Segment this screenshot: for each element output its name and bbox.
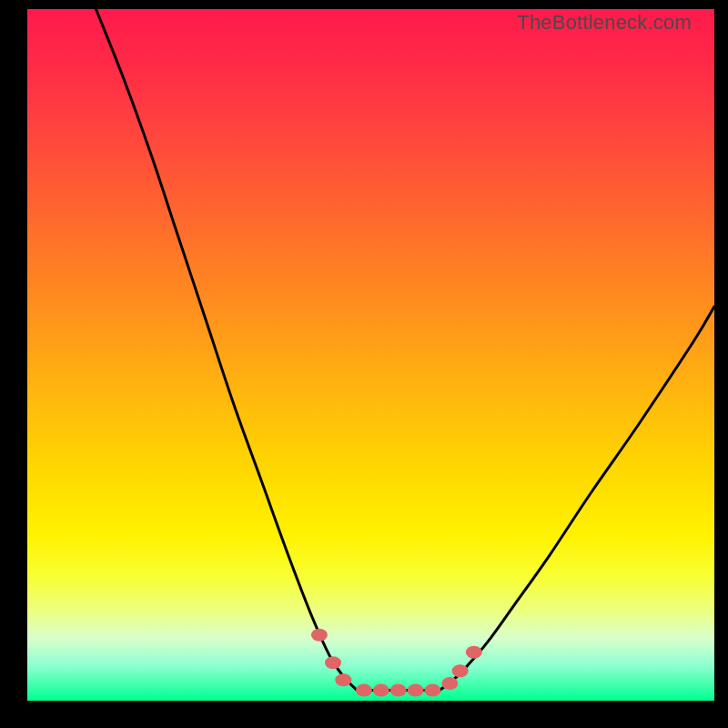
- curve-layer: [27, 9, 714, 701]
- marker-point: [408, 684, 424, 697]
- marker-point: [335, 673, 351, 686]
- series-left-curve: [96, 9, 358, 691]
- plot-area: [27, 9, 714, 701]
- marker-point: [311, 629, 328, 642]
- watermark-text: TheBottleneck.com: [517, 11, 692, 35]
- marker-point: [373, 684, 389, 697]
- series-right-curve: [440, 307, 714, 691]
- marker-point: [424, 684, 440, 697]
- marker-point: [390, 684, 407, 697]
- marker-point: [356, 684, 372, 697]
- marker-point: [466, 646, 482, 659]
- marker-point: [441, 677, 458, 690]
- marker-point: [452, 664, 469, 677]
- marker-point: [325, 656, 341, 669]
- chart-frame: TheBottleneck.com: [0, 0, 728, 728]
